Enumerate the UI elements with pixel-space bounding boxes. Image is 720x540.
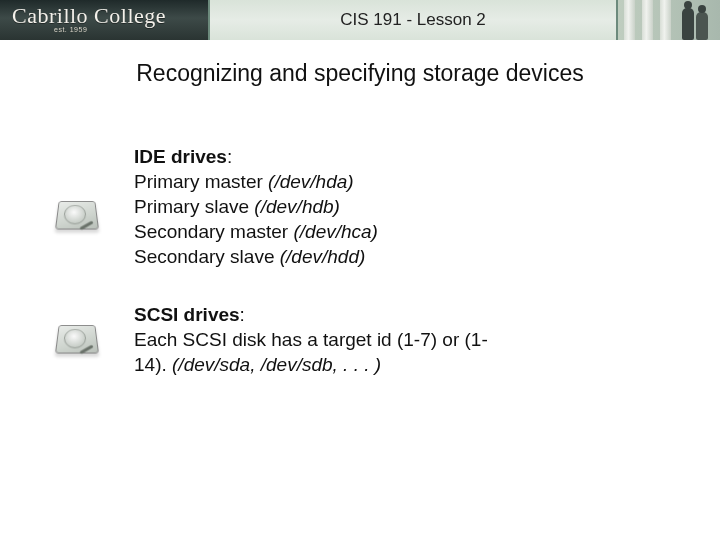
scsi-line-a: Each SCSI disk has a target id (1-7) or … [134, 329, 488, 350]
ide-title: IDE drives [134, 146, 227, 167]
college-name: Cabrillo College [12, 3, 166, 29]
hard-drive-icon [54, 192, 100, 238]
header-mid: CIS 191 - Lesson 2 [208, 0, 618, 40]
ide-text: IDE drives: Primary master (/dev/hda) Pr… [134, 144, 680, 269]
header-photo [618, 0, 720, 40]
scsi-title: SCSI drives [134, 304, 240, 325]
column-icon [624, 0, 635, 40]
header-banner: Cabrillo College est. 1959 CIS 191 - Les… [0, 0, 720, 40]
scsi-text: SCSI drives: Each SCSI disk has a target… [134, 302, 680, 377]
ide-row-label: Secondary slave [134, 246, 280, 267]
column-icon [660, 0, 671, 40]
scsi-block: SCSI drives: Each SCSI disk has a target… [54, 302, 680, 377]
page-title: Recognizing and specifying storage devic… [0, 60, 720, 87]
scsi-line-b-prefix: 14). [134, 354, 172, 375]
person-icon [696, 12, 708, 40]
hard-drive-icon [54, 316, 100, 362]
column-icon [642, 0, 653, 40]
ide-block: IDE drives: Primary master (/dev/hda) Pr… [54, 144, 680, 269]
scsi-devs: (/dev/sda, /dev/sdb, . . . ) [172, 354, 381, 375]
college-logo-panel: Cabrillo College est. 1959 [0, 0, 208, 40]
college-est: est. 1959 [54, 26, 87, 33]
person-icon [682, 8, 694, 40]
ide-row-label: Primary slave [134, 196, 254, 217]
ide-row-label: Primary master [134, 171, 268, 192]
ide-row-dev: (/dev/hdd) [280, 246, 366, 267]
ide-row-label: Secondary master [134, 221, 293, 242]
ide-row-dev: (/dev/hdb) [254, 196, 340, 217]
ide-row-dev: (/dev/hca) [293, 221, 377, 242]
ide-row-dev: (/dev/hda) [268, 171, 354, 192]
slide: Cabrillo College est. 1959 CIS 191 - Les… [0, 0, 720, 540]
header-title: CIS 191 - Lesson 2 [340, 10, 486, 30]
